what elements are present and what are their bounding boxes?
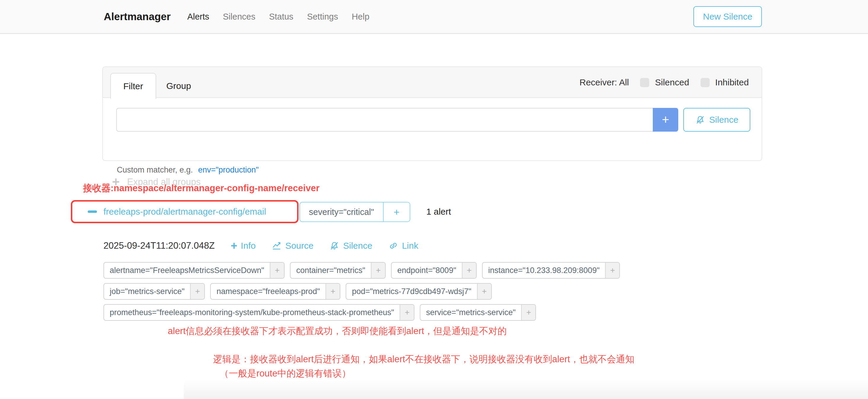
- matcher-row: + Silence: [116, 108, 750, 132]
- label-chip-text: service="metrics-service": [421, 305, 521, 320]
- main-nav: Alerts Silences Status Settings Help: [187, 12, 369, 22]
- filter-panel: Filter Group Receiver: All Silenced Inhi…: [102, 66, 762, 161]
- alert-header-row: 2025-09-24T11:20:07.048Z + Info Source: [103, 240, 418, 251]
- silenced-checkbox[interactable]: [640, 78, 649, 87]
- plus-icon: +: [230, 240, 237, 251]
- add-label-filter-button[interactable]: +: [521, 305, 535, 320]
- filter-options: Receiver: All Silenced Inhibited: [580, 67, 749, 98]
- link-button[interactable]: Link: [389, 241, 418, 251]
- label-chip-text: container="metrics": [290, 263, 371, 278]
- label-chip: prometheus="freeleaps-monitoring-system/…: [103, 304, 414, 321]
- add-label-filter-button[interactable]: +: [270, 263, 284, 278]
- matcher-hint-text: Custom matcher, e.g.: [117, 165, 193, 174]
- label-row: alertname="FreeleapsMetricsServiceDown" …: [103, 262, 726, 279]
- silenced-label: Silenced: [655, 78, 689, 87]
- label-chip-text: prometheus="freeleaps-monitoring-system/…: [104, 305, 400, 320]
- nav-settings[interactable]: Settings: [307, 12, 338, 22]
- label-chip-text: instance="10.233.98.209:8009": [483, 263, 606, 278]
- filter-panel-body: + Silence Custom matcher, e.g. env="prod…: [103, 98, 762, 161]
- label-chip: endpoint="8009" +: [391, 262, 477, 279]
- bottom-shadow: [184, 379, 868, 399]
- add-label-filter-button[interactable]: +: [326, 284, 340, 299]
- label-chip: instance="10.233.98.209:8009" +: [482, 262, 620, 279]
- top-navbar: Alertmanager Alerts Silences Status Sett…: [0, 0, 868, 34]
- annotation-route-error: （一般是route中的逻辑有错误）: [220, 367, 351, 380]
- label-row: prometheus="freeleaps-monitoring-system/…: [103, 304, 726, 321]
- annotation-alert-under-receiver: alert信息必须在接收器下才表示配置成功，否则即使能看到alert，但是通知是…: [168, 325, 507, 337]
- label-chip: job="metrics-service" +: [103, 283, 205, 300]
- tab-group[interactable]: Group: [154, 73, 204, 99]
- add-label-filter-button[interactable]: +: [462, 263, 476, 278]
- source-label: Source: [285, 241, 313, 251]
- minus-icon: [88, 211, 97, 213]
- nav-help[interactable]: Help: [351, 12, 369, 22]
- group-matcher-label: severity="critical": [300, 203, 383, 221]
- annotation-receiver-format: 接收器:namespace/altermanager-config-name/r…: [83, 182, 319, 194]
- silence-alert-label: Silence: [343, 241, 372, 251]
- label-chip: service="metrics-service" +: [420, 304, 536, 321]
- tab-filter[interactable]: Filter: [110, 73, 156, 99]
- add-label-filter-button[interactable]: +: [371, 263, 385, 278]
- chart-line-icon: [272, 241, 282, 251]
- bell-slash-icon: [695, 115, 705, 125]
- label-chip-text: job="metrics-service": [104, 284, 190, 299]
- silence-button[interactable]: Silence: [683, 108, 750, 132]
- annotation-highlight-box: freeleaps-prod/alertmanager-config/email: [71, 200, 299, 223]
- nav-silences[interactable]: Silences: [223, 12, 255, 22]
- label-chip-text: namespace="freeleaps-prod": [211, 284, 326, 299]
- info-button[interactable]: + Info: [230, 240, 255, 251]
- link-label: Link: [402, 241, 418, 251]
- matcher-hint: Custom matcher, e.g. env="production": [117, 165, 259, 175]
- app-brand: Alertmanager: [104, 11, 171, 23]
- page: Alertmanager Alerts Silences Status Sett…: [0, 0, 868, 399]
- link-icon: [389, 241, 398, 251]
- alert-timestamp: 2025-09-24T11:20:07.048Z: [103, 240, 215, 251]
- label-chip: container="metrics" +: [290, 262, 386, 279]
- bell-slash-icon: [329, 241, 339, 251]
- label-chip: namespace="freeleaps-prod" +: [210, 283, 340, 300]
- silence-button-label: Silence: [709, 115, 738, 125]
- label-chip-text: alertname="FreeleapsMetricsServiceDown": [104, 263, 270, 278]
- label-chip-text: pod="metrics-77d9cdb497-wdsj7": [346, 284, 477, 299]
- add-label-filter-button[interactable]: +: [477, 284, 491, 299]
- info-label: Info: [241, 241, 255, 251]
- filter-panel-header: Filter Group Receiver: All Silenced Inhi…: [103, 67, 762, 98]
- add-group-filter-button[interactable]: +: [383, 203, 410, 221]
- label-chip: alertname="FreeleapsMetricsServiceDown" …: [103, 262, 285, 279]
- nav-alerts[interactable]: Alerts: [187, 12, 209, 22]
- inhibited-label: Inhibited: [715, 78, 749, 87]
- add-label-filter-button[interactable]: +: [190, 284, 204, 299]
- add-label-filter-button[interactable]: +: [400, 305, 414, 320]
- alert-labels: alertname="FreeleapsMetricsServiceDown" …: [103, 262, 726, 325]
- label-chip-text: endpoint="8009": [392, 263, 462, 278]
- group-matcher-chip: severity="critical" +: [300, 202, 410, 222]
- new-silence-button[interactable]: New Silence: [693, 6, 762, 27]
- receiver-group-link-label: freeleaps-prod/alertmanager-config/email: [103, 207, 266, 217]
- matcher-input[interactable]: [116, 108, 653, 132]
- add-matcher-button[interactable]: +: [653, 108, 678, 132]
- label-chip: pod="metrics-77d9cdb497-wdsj7" +: [346, 283, 492, 300]
- annotation-notify-logic: 逻辑是：接收器收到alert后进行通知，如果alert不在接收器下，说明接收器没…: [213, 353, 634, 366]
- add-label-filter-button[interactable]: +: [605, 263, 619, 278]
- alert-count: 1 alert: [426, 207, 451, 217]
- receiver-group-link[interactable]: freeleaps-prod/alertmanager-config/email: [88, 207, 266, 217]
- label-row: job="metrics-service" + namespace="freel…: [103, 283, 726, 300]
- inhibited-checkbox[interactable]: [701, 78, 710, 87]
- source-button[interactable]: Source: [272, 241, 313, 251]
- nav-status[interactable]: Status: [269, 12, 293, 22]
- silence-alert-button[interactable]: Silence: [329, 241, 372, 251]
- matcher-example-link[interactable]: env="production": [198, 165, 259, 174]
- receiver-filter[interactable]: Receiver: All: [580, 78, 629, 87]
